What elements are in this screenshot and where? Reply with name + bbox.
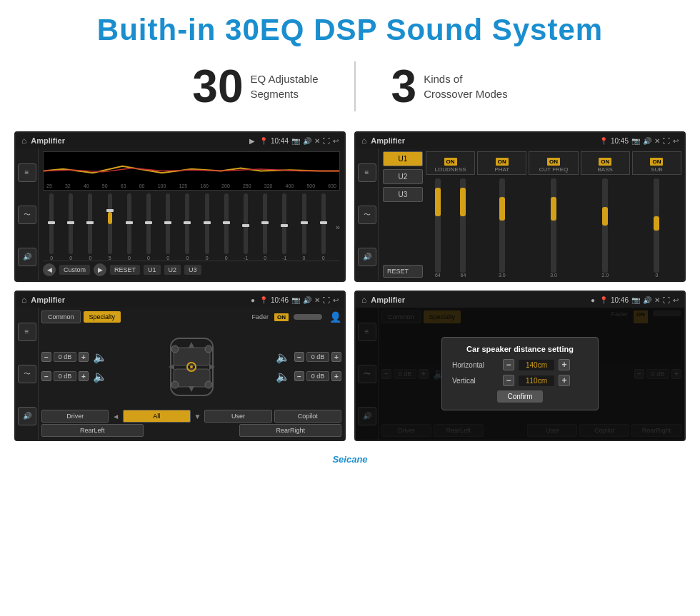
rearright-btn[interactable]: RearRight <box>239 424 341 437</box>
cross-sidebar-btn2[interactable]: 〜 <box>358 206 376 224</box>
db-plus-rr[interactable]: + <box>331 371 341 381</box>
eq-slider-track-6[interactable] <box>146 193 151 254</box>
eq-u3-btn[interactable]: U3 <box>184 265 201 275</box>
eq-slider-track-5[interactable] <box>127 193 131 254</box>
play-icon[interactable]: ▶ <box>249 137 255 145</box>
volume-icon-2[interactable]: 🔊 <box>643 137 651 145</box>
eq-slider-track-15[interactable] <box>321 193 326 254</box>
svg-marker-9 <box>189 342 194 348</box>
volume-icon-eq[interactable]: 🔊 <box>303 137 311 145</box>
db-plus-rl[interactable]: + <box>79 371 89 381</box>
svg-marker-10 <box>189 386 194 392</box>
speaker-common-btn[interactable]: Common <box>41 310 81 323</box>
eq-slider-track-7[interactable] <box>166 193 170 254</box>
driver-btn[interactable]: Driver <box>41 410 109 423</box>
eq-sidebar-btn3[interactable]: 🔊 <box>18 248 36 266</box>
eq-reset-btn[interactable]: RESET <box>110 265 140 275</box>
cross-s5: 2.0 <box>581 178 630 278</box>
fullscreen-icon-eq[interactable]: ⛶ <box>323 137 330 145</box>
eq-more-icon[interactable]: » <box>334 223 340 231</box>
cross-group-5: 0 <box>632 178 681 278</box>
eq-slider-track-9[interactable] <box>205 193 209 254</box>
db-plus-fl[interactable]: + <box>79 352 89 362</box>
nav-down-icon[interactable]: ▼ <box>193 410 203 423</box>
eq-u1-btn[interactable]: U1 <box>144 265 161 275</box>
cross-s4-track[interactable] <box>551 178 556 273</box>
home-icon-3[interactable]: ⌂ <box>21 295 26 305</box>
cross-s3: 3.0 <box>477 178 526 278</box>
back-icon-4[interactable]: ↩ <box>673 296 679 304</box>
eq-slider-track-1[interactable] <box>49 193 54 254</box>
cross-sliders: 64 64 <box>426 178 681 278</box>
svg-point-6 <box>205 345 212 353</box>
eq-slider-track-14[interactable] <box>302 193 306 254</box>
eq-slider-track-10[interactable] <box>224 193 229 254</box>
db-minus-fl[interactable]: − <box>41 352 51 362</box>
dialog-vertical-plus[interactable]: + <box>559 375 570 386</box>
speaker-sidebar-btn3[interactable]: 🔊 <box>18 407 36 425</box>
cross-s1-track[interactable] <box>435 178 441 273</box>
cross-s2-track[interactable] <box>460 178 466 273</box>
dialog-horizontal-minus[interactable]: − <box>503 359 514 370</box>
dialog-vertical-label: Vertical <box>452 377 499 385</box>
cross-s3-track[interactable] <box>499 178 505 273</box>
eq-slider-track-3[interactable] <box>88 193 92 254</box>
db-minus-rl[interactable]: − <box>41 371 51 381</box>
eq-prev-btn[interactable]: ◀ <box>43 263 56 276</box>
fullscreen-icon-4[interactable]: ⛶ <box>663 296 670 304</box>
home-icon-2[interactable]: ⌂ <box>361 136 366 146</box>
close-icon-2[interactable]: ✕ <box>654 137 660 145</box>
db-minus-rr[interactable]: − <box>294 371 304 381</box>
eq-slider-track-13[interactable] <box>282 193 286 254</box>
eq-next-btn[interactable]: ▶ <box>94 263 106 276</box>
cross-s6-track[interactable] <box>654 178 659 273</box>
close-icon-3[interactable]: ✕ <box>314 296 320 304</box>
eq-custom-btn[interactable]: Custom <box>59 265 90 275</box>
dialog-confirm-btn[interactable]: Confirm <box>497 390 542 403</box>
home-icon[interactable]: ⌂ <box>21 136 26 146</box>
crossover-u1-btn[interactable]: U1 <box>383 151 423 166</box>
camera-icon-2[interactable]: 📷 <box>631 137 640 145</box>
fullscreen-icon-3[interactable]: ⛶ <box>323 296 330 304</box>
crossover-u2-btn[interactable]: U2 <box>383 169 423 184</box>
eq-slider-track-11[interactable] <box>244 193 248 254</box>
eq-u2-btn[interactable]: U2 <box>164 265 181 275</box>
all-btn[interactable]: All <box>123 410 190 423</box>
db-plus-fr[interactable]: + <box>331 352 341 362</box>
eq-sidebar-btn2[interactable]: 〜 <box>18 206 36 224</box>
camera-icon-eq[interactable]: 📷 <box>291 137 300 145</box>
cross-phat: ON PHAT <box>477 151 526 175</box>
eq-slider-track-2[interactable] <box>69 193 73 254</box>
camera-icon-3[interactable]: 📷 <box>291 296 300 304</box>
cross-sidebar-btn3[interactable]: 🔊 <box>358 248 376 266</box>
dialog-horizontal-plus[interactable]: + <box>559 359 570 370</box>
close-icon-eq[interactable]: ✕ <box>314 137 320 145</box>
cross-sidebar-btn1[interactable]: ≡ <box>358 163 376 182</box>
eq-slider-track-4[interactable] <box>108 193 112 254</box>
eq-slider-track-12[interactable] <box>263 193 267 254</box>
rearleft-btn[interactable]: RearLeft <box>41 424 144 437</box>
nav-left-icon[interactable]: ◄ <box>111 410 121 423</box>
close-icon-4[interactable]: ✕ <box>654 296 660 304</box>
db-minus-fr[interactable]: − <box>294 352 304 362</box>
volume-icon-4[interactable]: 🔊 <box>643 296 651 304</box>
speaker-sidebar-btn1[interactable]: ≡ <box>18 323 36 341</box>
home-icon-4[interactable]: ⌂ <box>361 295 366 305</box>
fader-slider[interactable] <box>294 314 322 320</box>
cross-s5-track[interactable] <box>602 178 608 273</box>
copilot-btn[interactable]: Copilot <box>274 410 341 423</box>
crossover-reset-btn[interactable]: RESET <box>383 265 423 278</box>
user-btn[interactable]: User <box>204 410 271 423</box>
camera-icon-4[interactable]: 📷 <box>631 296 640 304</box>
speaker-specialty-btn[interactable]: Specialty <box>84 311 121 323</box>
eq-sidebar-btn1[interactable]: ≡ <box>18 163 36 182</box>
dialog-vertical-minus[interactable]: − <box>503 375 514 386</box>
volume-icon-3[interactable]: 🔊 <box>303 296 311 304</box>
fullscreen-icon-2[interactable]: ⛶ <box>663 137 670 145</box>
crossover-u3-btn[interactable]: U3 <box>383 187 423 202</box>
back-icon-3[interactable]: ↩ <box>333 296 339 304</box>
eq-slider-track-8[interactable] <box>185 193 189 254</box>
back-icon-2[interactable]: ↩ <box>673 137 679 145</box>
back-icon-eq[interactable]: ↩ <box>333 137 339 145</box>
speaker-sidebar-btn2[interactable]: 〜 <box>18 365 36 383</box>
